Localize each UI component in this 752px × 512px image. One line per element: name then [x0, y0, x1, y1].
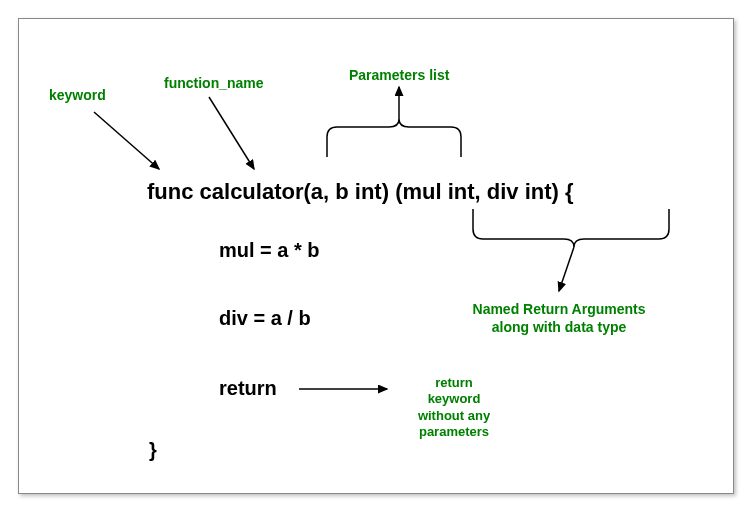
- code-signature: func calculator(a, b int) (mul int, div …: [147, 179, 574, 205]
- bracket-parameters: [327, 119, 461, 157]
- code-line-return: return: [219, 377, 277, 400]
- code-close-brace: }: [149, 439, 157, 462]
- bracket-named-return: [473, 209, 669, 247]
- arrow-named-return: [559, 247, 574, 291]
- diagram-frame: keyword function_name Parameters list Na…: [18, 18, 734, 494]
- arrow-function-name: [209, 97, 254, 169]
- code-line-mul: mul = a * b: [219, 239, 320, 262]
- arrow-keyword: [94, 112, 159, 169]
- label-named-return: Named Return Arguments along with data t…: [459, 301, 659, 336]
- label-function-name: function_name: [164, 75, 264, 93]
- label-keyword: keyword: [49, 87, 106, 105]
- label-return-note: return keyword without any parameters: [399, 375, 509, 440]
- code-line-div: div = a / b: [219, 307, 311, 330]
- annotation-overlay: [19, 19, 735, 495]
- label-parameters-list: Parameters list: [349, 67, 449, 85]
